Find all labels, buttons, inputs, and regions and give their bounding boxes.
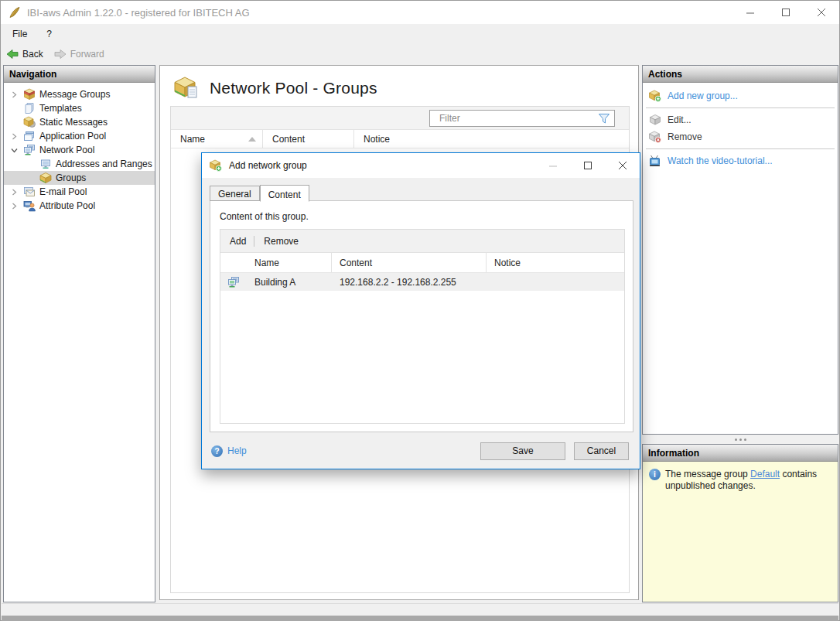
column-header-notice[interactable]: Notice (487, 253, 624, 272)
menu-help[interactable]: ? (39, 26, 60, 43)
column-header-notice[interactable]: Notice (354, 130, 629, 148)
action-remove[interactable]: Remove (643, 128, 838, 145)
expand-chevron-icon[interactable] (9, 91, 19, 98)
back-button[interactable]: Back (1, 46, 49, 62)
minimize-icon (746, 8, 755, 17)
sort-ascending-icon (248, 137, 256, 142)
add-group-icon (210, 159, 222, 172)
table-row[interactable]: Building A 192.168.2.2 - 192.168.2.255 (220, 273, 624, 291)
app-window: IBI-aws Admin 1.22.0 - registered for IB… (0, 0, 840, 621)
filter-input[interactable] (430, 113, 598, 124)
actions-header: Actions (643, 66, 838, 83)
nav-toolbar: Back Forward (1, 44, 839, 64)
menu-bar: File ? (1, 24, 839, 44)
save-button[interactable]: Save (480, 442, 565, 460)
column-header-name[interactable]: Name (247, 253, 332, 272)
nav-item-message-groups[interactable]: Message Groups (4, 87, 155, 101)
back-arrow-icon (6, 48, 19, 60)
tab-general[interactable]: General (210, 186, 260, 201)
network-pool-groups-icon (174, 76, 199, 101)
dialog-title-bar: Add network group (202, 153, 640, 178)
action-add-new-group[interactable]: Add new group... (643, 87, 838, 104)
panel-splitter[interactable] (642, 435, 838, 444)
tab-content[interactable]: Content (260, 185, 309, 202)
forward-button[interactable]: Forward (49, 46, 110, 62)
tab-content-page: Content of this group. Add Remove Name C… (210, 200, 633, 432)
dialog-minimize-button[interactable] (535, 153, 570, 178)
maximize-button[interactable] (768, 1, 804, 24)
close-button[interactable] (804, 1, 839, 24)
default-group-link[interactable]: Default (750, 469, 780, 479)
information-body: i The message group Default contains unp… (643, 462, 838, 602)
navigation-tree: Message Groups Templates Static Messages (4, 83, 155, 213)
nav-item-label: Attribute Pool (39, 200, 95, 211)
add-network-group-dialog: Add network group General Content Conten… (201, 152, 640, 469)
nav-item-label: Network Pool (39, 145, 94, 155)
dialog-footer: ? Help Save Cancel (202, 433, 640, 469)
nav-item-attribute-pool[interactable]: Attribute Pool (4, 199, 155, 213)
nav-item-addresses-and-ranges[interactable]: Addresses and Ranges (4, 157, 155, 171)
navigation-panel: Navigation Message Groups Template (3, 65, 155, 602)
information-header: Information (643, 445, 838, 462)
nav-item-network-pool[interactable]: Network Pool (4, 143, 155, 157)
filter-funnel-icon[interactable] (598, 113, 610, 125)
column-header-content[interactable]: Content (263, 130, 354, 148)
window-bottom-edge (2, 616, 838, 621)
nav-item-label: Templates (39, 103, 82, 114)
nav-item-application-pool[interactable]: Application Pool (4, 129, 155, 143)
remove-button[interactable]: Remove (254, 234, 306, 249)
actions-panel: Actions Add new group... (642, 65, 838, 435)
nav-item-email-pool[interactable]: E-mail Pool (4, 185, 155, 199)
navigation-header: Navigation (4, 66, 155, 83)
groups-icon (39, 172, 52, 184)
expand-chevron-icon[interactable] (9, 203, 19, 210)
nav-item-label: E-mail Pool (39, 186, 87, 197)
information-panel: Information i The message group Default … (642, 444, 838, 602)
content-description: Content of this group. (210, 201, 633, 222)
dialog-title: Add network group (229, 160, 535, 171)
video-tutorial-icon (649, 155, 661, 167)
action-watch-video-tutorial[interactable]: Watch the video-tutorial... (643, 152, 838, 169)
add-group-icon (649, 90, 661, 102)
help-icon: ? (211, 445, 223, 457)
cancel-button[interactable]: Cancel (574, 442, 629, 460)
column-header-name[interactable]: Name (171, 130, 263, 148)
add-button[interactable]: Add (220, 234, 254, 249)
addresses-and-ranges-icon (39, 158, 52, 170)
separator (646, 107, 835, 108)
forward-arrow-icon (54, 48, 67, 60)
column-header-icon (220, 253, 247, 272)
nav-item-label: Message Groups (39, 89, 110, 100)
minimize-icon (548, 161, 558, 170)
action-edit[interactable]: Edit... (643, 111, 838, 128)
network-range-icon (227, 276, 240, 288)
expand-chevron-icon[interactable] (9, 189, 19, 196)
dialog-tabs: General Content (210, 184, 309, 201)
dialog-close-button[interactable] (605, 153, 640, 178)
content-column-headers: Name Content Notice (220, 253, 624, 273)
nav-item-label: Addresses and Ranges (56, 159, 152, 169)
nav-item-static-messages[interactable]: Static Messages (4, 115, 155, 129)
minimize-button[interactable] (732, 1, 768, 24)
content-toolbar: Add Remove (220, 230, 624, 253)
nav-item-templates[interactable]: Templates (4, 101, 155, 115)
collapse-chevron-icon[interactable] (9, 147, 19, 154)
menu-file[interactable]: File (5, 26, 35, 43)
row-content: 192.168.2.2 - 192.168.2.255 (332, 277, 487, 288)
back-label: Back (22, 49, 43, 60)
help-label: Help (227, 445, 247, 456)
close-icon (817, 8, 826, 17)
nav-item-groups[interactable]: Groups (4, 171, 155, 185)
dialog-maximize-button[interactable] (570, 153, 605, 178)
expand-chevron-icon[interactable] (9, 133, 19, 140)
main-header: Network Pool - Groups (160, 66, 638, 101)
attribute-pool-icon (23, 200, 36, 212)
templates-icon (23, 102, 36, 114)
action-label: Edit... (668, 114, 691, 125)
maximize-icon (781, 8, 790, 17)
help-link[interactable]: ? Help (211, 445, 247, 457)
column-header-content[interactable]: Content (332, 253, 487, 272)
group-content-box: Add Remove Name Content Notice (220, 229, 625, 424)
information-message: The message group Default contains unpub… (665, 469, 824, 595)
application-pool-icon (23, 130, 36, 142)
